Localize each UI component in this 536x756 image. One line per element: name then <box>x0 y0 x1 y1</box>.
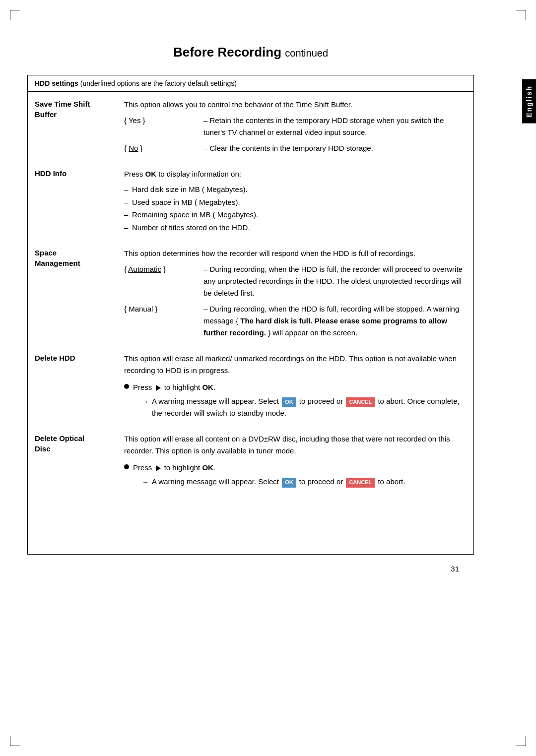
label-management-text: Management <box>35 259 80 267</box>
bullet-circle-2 <box>124 464 129 469</box>
row-delete-hdd: Delete HDD This option will erase all ma… <box>28 346 473 426</box>
label-delete-hdd: Delete HDD <box>35 353 124 419</box>
content-area: Before Recording continued HDD settings … <box>27 45 509 573</box>
content-save-time-shift: This option allows you to control the be… <box>124 99 467 154</box>
description-save-time-shift: This option allows you to control the be… <box>124 100 352 109</box>
option-automatic-desc: – During recording, when the HDD is full… <box>203 263 467 299</box>
content-hdd-info: Press OK to display information on: Hard… <box>124 168 467 234</box>
label-hdd-info-text: HDD Info <box>35 169 67 178</box>
row-space-management: Space Management This option determines … <box>28 241 473 346</box>
row-save-time-shift: Save Time Shift Buffer This option allow… <box>28 92 473 161</box>
settings-table: HDD settings (underlined options are the… <box>27 75 474 555</box>
label-space-text: Space <box>35 249 57 257</box>
hdd-settings-header: HDD settings (underlined options are the… <box>28 75 473 92</box>
option-automatic-label: { Automatic } <box>124 263 203 299</box>
label-hdd-info: HDD Info <box>35 168 124 234</box>
arrow-line-1: → A warning message will appear. Select … <box>142 395 467 419</box>
corner-mark-tr <box>516 10 526 20</box>
hdd-header-note: (underlined options are the factory defa… <box>80 79 237 87</box>
page-container: English Before Recording continued HDD s… <box>0 0 536 756</box>
space-mgmt-desc: This option determines how the recorder … <box>124 249 415 257</box>
label-line2: Buffer <box>35 110 57 119</box>
label-line1: Save Time Shift <box>35 100 90 108</box>
hdd-info-item-1: Hard disk size in MB ( Megabytes). <box>124 183 467 196</box>
arrow-line-2: → A warning message will appear. Select … <box>142 476 467 488</box>
label-delete-optical-text: Delete Optical <box>35 434 84 442</box>
option-yes-desc: – Retain the contents in the temporary H… <box>203 115 467 138</box>
cancel-badge-1: CANCEL <box>346 397 375 407</box>
option-no-desc: – Clear the contents in the temporary HD… <box>203 142 467 154</box>
content-space-management: This option determines how the recorder … <box>124 248 467 339</box>
row-delete-optical: Delete Optical Disc This option will era… <box>28 426 473 554</box>
hdd-info-item-4: Number of titles stored on the HDD. <box>124 221 467 234</box>
label-delete-optical: Delete Optical Disc <box>35 433 124 547</box>
title-text: Before Recording <box>173 45 281 60</box>
delete-optical-desc: This option will erase all content on a … <box>124 435 450 455</box>
play-icon-1 <box>156 385 161 391</box>
option-yes: { Yes } – Retain the contents in the tem… <box>124 115 467 138</box>
ok-badge-1: OK <box>282 397 296 407</box>
option-yes-label: { Yes } <box>124 115 203 138</box>
option-no-label: { No } <box>124 142 203 154</box>
corner-mark-tl <box>10 10 20 20</box>
arrow-symbol-2: → <box>142 477 149 488</box>
corner-mark-bl <box>10 736 20 746</box>
label-save-time-shift: Save Time Shift Buffer <box>35 99 124 154</box>
label-space-management: Space Management <box>35 248 124 339</box>
english-tab: English <box>522 79 536 124</box>
option-no: { No } – Clear the contents in the tempo… <box>124 142 467 154</box>
bullet-circle-1 <box>124 384 129 389</box>
cancel-badge-2: CANCEL <box>346 478 375 488</box>
sub-bullet-content-1: Press to highlight OK. → A warning messa… <box>133 381 467 419</box>
delete-hdd-desc: This option will erase all marked/ unmar… <box>124 354 457 375</box>
delete-hdd-sub-bullet: Press to highlight OK. → A warning messa… <box>124 381 467 419</box>
arrow-content-2: A warning message will appear. Select OK… <box>152 476 467 488</box>
content-delete-hdd: This option will erase all marked/ unmar… <box>124 353 467 419</box>
page-number: 31 <box>27 565 489 573</box>
bottom-spacer <box>124 488 467 547</box>
page-title: Before Recording continued <box>27 45 489 60</box>
content-delete-optical: This option will erase all content on a … <box>124 433 467 547</box>
row-hdd-info: HDD Info Press OK to display information… <box>28 161 473 241</box>
play-icon-2 <box>156 465 161 471</box>
option-manual: { Manual } – During recording, when the … <box>124 303 467 339</box>
delete-optical-sub-bullet: Press to highlight OK. → A warning messa… <box>124 462 467 488</box>
option-manual-label: { Manual } <box>124 303 203 339</box>
arrow-content-1: A warning message will appear. Select OK… <box>152 395 467 419</box>
label-delete-hdd-text: Delete HDD <box>35 354 75 362</box>
hdd-info-item-3: Remaining space in MB ( Megabytes). <box>124 208 467 221</box>
corner-mark-br <box>516 736 526 746</box>
arrow-symbol-1: → <box>142 396 149 407</box>
hdd-info-item-2: Used space in MB ( Megabytes). <box>124 196 467 209</box>
title-continued: continued <box>285 48 328 59</box>
ok-badge-2: OK <box>282 478 296 488</box>
hdd-info-list: Hard disk size in MB ( Megabytes). Used … <box>124 183 467 234</box>
hdd-header-title: HDD settings <box>35 79 78 87</box>
sub-bullet-content-2: Press to highlight OK. → A warning messa… <box>133 462 467 488</box>
option-manual-desc: – During recording, when the HDD is full… <box>203 303 467 339</box>
option-automatic: { Automatic } – During recording, when t… <box>124 263 467 299</box>
label-disc-text: Disc <box>35 444 51 453</box>
hdd-info-intro: Press OK to display information on: <box>124 170 241 178</box>
